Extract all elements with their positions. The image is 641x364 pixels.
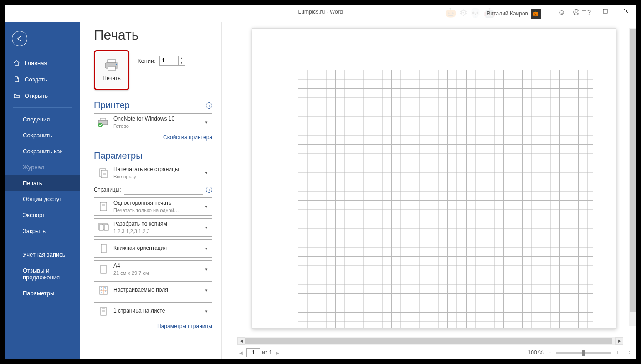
back-button[interactable] <box>12 31 27 46</box>
pages-label: Страницы: <box>94 187 121 193</box>
sidebar-label: Создать <box>25 76 47 83</box>
next-page-button[interactable]: ▶ <box>274 349 281 356</box>
sidebar-item-print[interactable]: Печать <box>5 175 80 191</box>
sidebar-item-close[interactable]: Закрыть <box>5 223 80 239</box>
svg-rect-16 <box>100 202 107 211</box>
print-range-dropdown[interactable]: Напечатать все страницыВсе сразу ▼ <box>94 164 212 182</box>
sidebar-item-history[interactable]: Журнал <box>5 159 80 175</box>
one-page-icon <box>97 305 110 318</box>
duplex-dropdown[interactable]: Односторонняя печатьПечатать только на о… <box>94 197 212 216</box>
sidebar-label: Главная <box>25 60 47 66</box>
close-button[interactable] <box>615 5 636 17</box>
scroll-right-button[interactable]: ▶ <box>615 337 623 345</box>
chevron-down-icon: ▼ <box>204 121 209 125</box>
page-total-label: из 1 <box>262 349 272 356</box>
collate-icon <box>97 221 110 234</box>
dd-sub: 1,2,3 1,2,3 1,2,3 <box>113 228 200 234</box>
sidebar-item-open[interactable]: Открыть <box>5 87 80 104</box>
margins-dropdown[interactable]: Настраиваемые поля ▼ <box>94 281 212 299</box>
sidebar-item-home[interactable]: Главная <box>5 55 80 71</box>
app-window: 🎃 ⚙ 💀 🤖 Lumpics.ru - Word Виталий Каиров… <box>5 5 636 359</box>
settings-header: Параметры <box>94 151 143 161</box>
sidebar-label: Отзывы и <box>23 267 50 274</box>
info-icon[interactable]: i <box>206 102 212 109</box>
svg-rect-21 <box>99 225 103 230</box>
sidebar-label: Сведения <box>23 116 50 123</box>
sidebar-item-export[interactable]: Экспорт <box>5 207 80 223</box>
pages-input[interactable] <box>124 185 203 195</box>
zoom-in-button[interactable]: + <box>615 349 620 356</box>
sidebar-item-saveas[interactable]: Сохранить как <box>5 143 80 159</box>
orientation-dropdown[interactable]: Книжная ориентация ▼ <box>94 239 212 258</box>
minimize-button[interactable] <box>574 5 595 17</box>
sidebar-label: Параметры <box>23 290 54 297</box>
copies-input[interactable] <box>160 56 177 65</box>
svg-rect-9 <box>100 118 106 120</box>
avatar: 🎃 <box>531 9 541 19</box>
dd-title: A4 <box>113 263 200 270</box>
dd-title: Напечатать все страницы <box>113 166 200 173</box>
copies-spinner[interactable]: ▲▼ <box>159 56 185 66</box>
document-title: Lumpics.ru - Word <box>298 9 343 15</box>
preview-viewport[interactable] <box>222 22 636 337</box>
svg-point-7 <box>116 64 117 65</box>
maximize-button[interactable] <box>595 5 615 17</box>
one-side-icon <box>97 200 110 213</box>
dd-title: Настраиваемые поля <box>113 287 200 294</box>
svg-rect-25 <box>101 265 106 273</box>
title-bar: 🎃 ⚙ 💀 🤖 Lumpics.ru - Word Виталий Каиров… <box>5 5 636 22</box>
prev-page-button[interactable]: ◀ <box>237 349 245 356</box>
dd-sub: Все сразу <box>113 173 200 180</box>
page-title: Печать <box>94 27 212 43</box>
printer-status: Готово <box>113 123 200 129</box>
sidebar-item-save[interactable]: Сохранить <box>5 127 80 143</box>
sidebar-label: Учетная запись <box>23 251 66 258</box>
pages-icon <box>97 167 110 179</box>
info-icon[interactable]: i <box>206 187 212 193</box>
svg-rect-6 <box>108 66 115 71</box>
chevron-down-icon: ▼ <box>204 205 209 209</box>
spinner-up[interactable]: ▲ <box>179 56 185 61</box>
printer-dropdown[interactable]: OneNote for Windows 10Готово ▼ <box>94 113 212 131</box>
paper-icon <box>97 263 110 276</box>
pages-per-sheet-dropdown[interactable]: 1 страница на листе ▼ <box>94 302 212 320</box>
print-button[interactable]: Печать <box>94 50 129 90</box>
sidebar-item-share[interactable]: Общий доступ <box>5 191 80 207</box>
printer-header: Принтер <box>94 100 130 111</box>
copies-label: Копии: <box>138 57 156 64</box>
chevron-down-icon: ▼ <box>204 171 209 175</box>
svg-rect-12 <box>101 170 107 178</box>
sidebar-item-options[interactable]: Параметры <box>5 285 80 301</box>
sidebar-label: Общий доступ <box>23 196 62 202</box>
collate-dropdown[interactable]: Разобрать по копиям1,2,3 1,2,3 1,2,3 ▼ <box>94 218 212 237</box>
chevron-down-icon: ▼ <box>204 288 209 293</box>
dd-title: Книжная ориентация <box>113 245 200 252</box>
paper-size-dropdown[interactable]: A421 см x 29,7 см ▼ <box>94 260 212 278</box>
svg-rect-24 <box>101 244 106 253</box>
home-icon <box>13 59 20 66</box>
spinner-down[interactable]: ▼ <box>179 61 185 65</box>
vertical-scrollbar[interactable] <box>629 28 636 326</box>
fit-page-button[interactable]: ⛶ <box>624 349 631 356</box>
sidebar-label: Сохранить как <box>23 148 62 155</box>
folder-icon <box>13 92 20 99</box>
sidebar-item-feedback[interactable]: Отзывы ипредложения <box>5 263 80 285</box>
sidebar-item-info[interactable]: Сведения <box>5 111 80 127</box>
horizontal-scrollbar[interactable]: ◀ ▶ <box>237 337 623 345</box>
margins-icon <box>97 284 110 297</box>
page-number-input[interactable] <box>246 348 260 357</box>
dd-sub: 21 см x 29,7 см <box>113 270 200 276</box>
svg-rect-23 <box>104 225 108 230</box>
sidebar-label: Сохранить <box>23 132 52 139</box>
dd-title: Разобрать по копиям <box>113 221 200 228</box>
scroll-left-button[interactable]: ◀ <box>237 337 245 345</box>
page-preview <box>252 28 616 329</box>
zoom-out-button[interactable]: − <box>547 349 553 356</box>
page-setup-link[interactable]: Параметры страницы <box>157 323 212 329</box>
zoom-slider[interactable] <box>556 352 611 354</box>
sidebar-item-create[interactable]: Создать <box>5 71 80 87</box>
smile-icon[interactable]: ☺ <box>558 8 565 16</box>
sidebar-item-account[interactable]: Учетная запись <box>5 247 80 263</box>
user-account[interactable]: Виталий Каиров 🎃 <box>487 9 541 19</box>
printer-properties-link[interactable]: Свойства принтера <box>163 134 212 141</box>
